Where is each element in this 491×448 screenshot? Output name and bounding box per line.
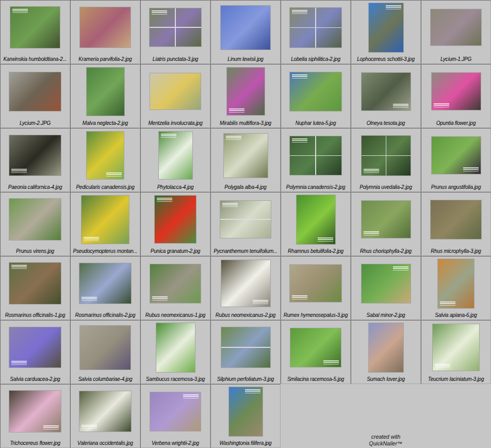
thumbnail-filename: Rosmarinus officinalis-2.jpg [71,312,139,318]
thumbnail-image[interactable] [10,7,60,48]
thumbnail-image[interactable] [221,260,270,307]
thumbnail-image[interactable] [432,137,481,174]
thumbnail-image[interactable] [150,73,201,109]
thumbnail-image[interactable] [9,135,61,175]
thumbnail-frame [71,193,140,246]
empty-cell [421,384,491,448]
gallery-cell: Nuphar lutea-5.jpg [281,64,351,128]
thumbnail-frame [421,321,490,374]
gallery-cell: Linum lewisii.jpg [210,0,281,64]
thumbnail-image[interactable] [290,8,341,47]
thumbnail-filename: Pedicularis canadensis.jpg [71,184,139,190]
thumbnail-frame [71,129,140,182]
photo-credit-overlay [152,10,167,15]
thumbnail-image[interactable] [290,265,341,302]
thumbnail-filename: Prunus angustifolia.jpg [422,184,490,190]
thumbnail-frame [1,385,70,438]
gallery-cell: Lophocereus schottii-3.jpg [351,0,421,64]
thumbnail-image[interactable] [79,391,131,431]
thumbnail-image[interactable] [9,391,61,432]
thumbnail-frame [211,1,280,54]
photo-credit-overlay [434,103,449,108]
thumbnail-image[interactable] [79,263,131,303]
thumbnail-image[interactable] [432,73,481,110]
thumbnail-image[interactable] [87,68,124,116]
thumbnail-filename: Rubus neomexicanus-1.jpg [141,312,209,318]
thumbnail-frame [141,321,210,374]
thumbnail-frame [351,129,420,182]
empty-cell: created withQuickNailer™ [351,384,421,448]
thumbnail-image[interactable] [369,323,403,372]
photo-credit-overlay [11,265,27,269]
thumbnail-image[interactable] [80,326,130,370]
thumbnail-frame [351,193,420,246]
thumbnail-image[interactable] [9,263,61,304]
thumbnail-image[interactable] [150,8,201,46]
thumbnail-image[interactable] [431,9,481,45]
thumbnail-image[interactable] [9,199,61,240]
gallery-cell: Pseudocymopterus montan... [70,192,140,256]
thumbnail-image[interactable] [297,195,335,244]
gallery-cell: Rubus neomexicanus-1.jpg [140,256,210,320]
thumbnail-frame [211,65,280,118]
photo-credit-overlay [81,425,97,429]
thumbnail-image[interactable] [438,259,474,308]
thumbnail-filename: Verbena wrightii-2.jpg [141,440,209,446]
thumbnail-frame [71,1,140,54]
thumbnail-image[interactable] [362,264,411,303]
thumbnail-image[interactable] [290,136,341,175]
photo-credit-overlay [43,425,59,430]
photo-credit-overlay [226,136,241,140]
thumbnail-image[interactable] [150,392,201,431]
thumbnail-frame [211,385,280,438]
thumbnail-image[interactable] [80,7,130,47]
thumbnail-frame [141,65,210,118]
thumbnail-filename: Phytolacca-4.jpg [141,184,209,190]
photo-credit-overlay [393,266,408,271]
thumbnail-image[interactable] [229,387,263,436]
thumbnail-image[interactable] [227,68,265,115]
thumbnail-frame [421,193,490,246]
thumbnail-filename: Liatris punctata-3.jpg [141,56,209,62]
thumbnail-image[interactable] [362,136,411,175]
credit-footer: created withQuickNailer™ [351,434,421,447]
gallery-cell: Olneya tesota.jpg [351,64,421,128]
thumbnail-image[interactable] [290,72,341,111]
thumbnail-filename: Prunus virens.jpg [1,248,69,254]
thumbnail-image[interactable] [431,200,481,239]
thumbnail-image[interactable] [87,132,124,179]
photo-credit-overlay [386,5,401,10]
credit-line-2: QuickNailer™ [351,440,421,447]
thumbnail-image[interactable] [156,323,195,372]
thumbnail-image[interactable] [9,327,61,367]
thumbnail-image[interactable] [433,324,479,371]
thumbnail-image[interactable] [221,6,270,50]
photo-credit-overlay [152,296,168,301]
thumbnail-image[interactable] [9,72,61,111]
thumbnail-image[interactable] [221,327,270,367]
photo-credit-overlay [435,364,450,369]
gallery-cell: Punica granatum-2.jpg [140,192,210,256]
thumbnail-filename: Linum lewisii.jpg [211,56,280,62]
thumbnail-image[interactable] [369,3,403,52]
thumbnail-frame [281,257,350,310]
thumbnail-image[interactable] [155,196,196,243]
thumbnail-image[interactable] [81,196,129,244]
thumbnail-image[interactable] [159,132,192,179]
thumbnail-image[interactable] [362,73,411,110]
thumbnail-image[interactable] [290,328,341,367]
thumbnail-frame [421,257,490,310]
thumbnail-filename: Lobelia siphilitica-2.jpg [282,56,350,62]
thumbnail-image[interactable] [224,134,268,178]
thumbnail-image[interactable] [362,201,411,238]
gallery-cell: Lycium-1.JPG [421,0,491,64]
thumbnail-frame [1,257,70,310]
thumbnail-frame [351,321,420,374]
thumbnail-image[interactable] [150,264,201,303]
gallery-cell: Rhamnus betulifolia-2.jpg [281,192,351,256]
thumbnail-frame [281,129,350,182]
thumbnail-frame [141,129,210,182]
photo-credit-overlay [183,394,199,399]
gallery-cell: Polymnia uvedalia-2.jpg [351,128,421,192]
thumbnail-image[interactable] [220,201,271,238]
